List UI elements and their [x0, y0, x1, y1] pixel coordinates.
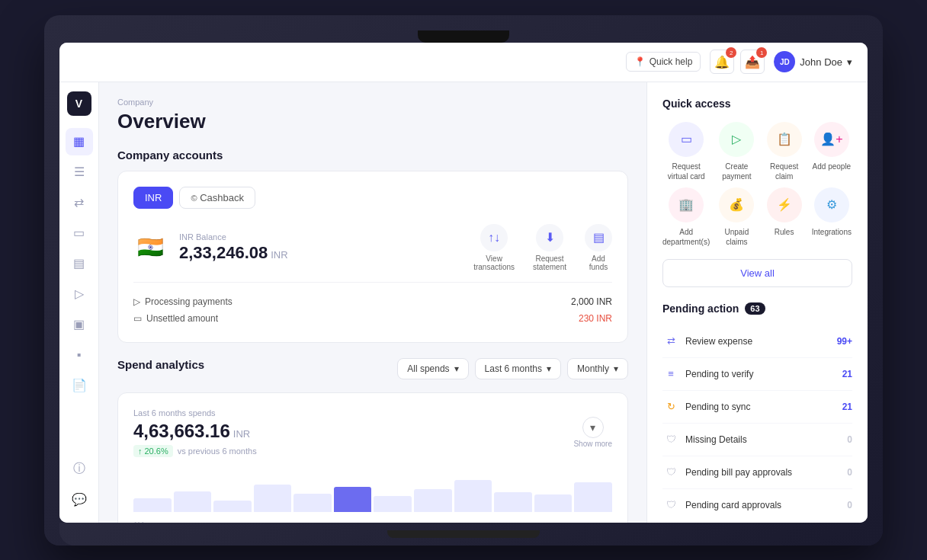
logo[interactable]: V — [67, 91, 91, 116]
unpaid-claims-icon: 💰 — [719, 187, 754, 222]
sidebar-item-help[interactable]: ⓘ — [66, 456, 93, 483]
accounts-section-title: Company accounts — [117, 149, 628, 162]
virtual-card-label: Request virtual card — [662, 162, 710, 181]
list-icon: ☰ — [74, 165, 85, 179]
quick-item-virtual-card[interactable]: ▭ Request virtual card — [662, 122, 710, 181]
tab-cashback[interactable]: © Cashback — [179, 187, 255, 209]
bar-4 — [254, 485, 292, 512]
bar-12 — [574, 482, 612, 512]
media-icon: ▪ — [77, 348, 82, 362]
unsettled-row: ▭ Unsettled amount 230 INR — [133, 310, 612, 327]
sidebar-item-dashboard[interactable]: ▦ — [66, 128, 93, 155]
last-6-months-label: Last 6 months — [485, 363, 542, 374]
chart-x-axis: 1M — [133, 521, 612, 523]
missing-details-icon: 🛡 — [662, 431, 679, 448]
monthly-label: Monthly — [577, 363, 609, 374]
bar-6 — [334, 487, 372, 512]
show-more-icon: ▾ — [582, 417, 604, 438]
sync-icon: ↻ — [662, 398, 679, 415]
add-department-icon: 🏢 — [669, 187, 704, 222]
page-title: Overview — [117, 110, 628, 133]
show-more-button[interactable]: ▾ Show more — [573, 417, 612, 448]
review-expense-count: 99+ — [837, 336, 852, 347]
pending-item-review-expense[interactable]: ⇄ Review expense 99+ — [662, 325, 852, 358]
request-statement-button[interactable]: ⬇ Requeststatement — [533, 224, 566, 271]
user-name: John Doe — [800, 56, 842, 68]
pending-item-sync[interactable]: ↻ Pending to sync 21 — [662, 391, 852, 424]
sidebar-item-docs[interactable]: 📄 — [66, 372, 93, 399]
cashback-icon: © — [191, 194, 197, 203]
show-more-label: Show more — [573, 440, 612, 448]
sidebar-item-list[interactable]: ☰ — [66, 158, 93, 186]
add-funds-icon: ▤ — [585, 224, 612, 251]
processing-label: Processing payments — [145, 296, 233, 307]
add-department-label: Add department(s) — [662, 227, 710, 247]
add-funds-button[interactable]: ▤ Addfunds — [585, 224, 612, 271]
sidebar-item-play[interactable]: ▷ — [66, 280, 93, 308]
notifications-button[interactable]: 🔔 2 — [710, 50, 734, 74]
pending-item-verify[interactable]: ≡ Pending to verify 21 — [662, 358, 852, 391]
quick-item-request-claim[interactable]: 📋 Request claim — [764, 122, 805, 181]
integrations-label: Integrations — [812, 227, 852, 237]
quick-item-create-payment[interactable]: ▷ Create payment — [716, 122, 757, 181]
balance-amount: 2,33,246.08 — [179, 243, 268, 263]
notification-badge: 2 — [726, 47, 736, 58]
laptop-stand — [387, 530, 540, 538]
balance-actions: ↑↓ Viewtransactions ⬇ Requeststatement ▤… — [473, 224, 612, 271]
export-button[interactable]: 📤 1 — [740, 50, 765, 74]
transfers-icon: ⇄ — [74, 195, 84, 210]
quick-item-add-department[interactable]: 🏢 Add department(s) — [662, 187, 710, 247]
sidebar-item-books[interactable]: ▣ — [66, 311, 93, 338]
filter-last-6-months[interactable]: Last 6 months ▾ — [475, 358, 561, 379]
main-content: Company Overview Company accounts INR © … — [99, 82, 646, 523]
view-transactions-label: Viewtransactions — [473, 254, 515, 271]
virtual-card-icon: ▭ — [669, 122, 704, 157]
spend-growth: ↑ 20.6% vs previous 6 months — [133, 445, 257, 457]
books-icon: ▣ — [73, 317, 85, 331]
sidebar-item-chat[interactable]: 💬 — [66, 486, 93, 514]
quick-item-unpaid-claims[interactable]: 💰 Unpaid claims — [716, 187, 757, 247]
chevron-down-icon: ▾ — [847, 56, 852, 68]
tab-inr[interactable]: INR — [133, 187, 173, 209]
chevron-6m-icon: ▾ — [547, 363, 551, 374]
quick-item-rules[interactable]: ⚡ Rules — [764, 187, 805, 247]
sidebar-item-reports[interactable]: ▤ — [66, 250, 93, 277]
top-bar: 📍 Quick help 🔔 2 📤 1 JD John Doe ▾ — [59, 43, 868, 82]
bar-5 — [293, 494, 332, 512]
analytics-header: Spend analytics All spends ▾ Last 6 mont… — [117, 358, 628, 380]
docs-icon: 📄 — [72, 378, 87, 392]
user-menu[interactable]: JD John Doe ▾ — [774, 51, 852, 72]
verify-icon: ≡ — [662, 366, 679, 382]
filter-monthly[interactable]: Monthly ▾ — [567, 358, 628, 379]
pending-item-missing-details[interactable]: 🛡 Missing Details 0 — [662, 424, 852, 456]
pending-item-card-approvals[interactable]: 🛡 Pending card approvals 0 — [662, 489, 852, 522]
bar-7 — [374, 496, 412, 512]
unsettled-label: Unsettled amount — [146, 313, 218, 324]
quick-help-button[interactable]: 📍 Quick help — [626, 52, 701, 72]
view-transactions-button[interactable]: ↑↓ Viewtransactions — [473, 224, 515, 271]
spend-period-label: Last 6 months spends — [133, 408, 257, 418]
sidebar-item-media[interactable]: ▪ — [66, 341, 93, 369]
sync-count: 21 — [842, 402, 852, 412]
view-all-button[interactable]: View all — [662, 259, 852, 287]
request-statement-icon: ⬇ — [536, 224, 563, 251]
cards-icon: ▭ — [73, 226, 85, 240]
quick-item-add-people[interactable]: 👤+ Add people — [811, 122, 852, 181]
quick-item-integrations[interactable]: ⚙ Integrations — [811, 187, 852, 247]
pending-title: Pending action — [662, 302, 739, 315]
sidebar-item-cards[interactable]: ▭ — [66, 219, 93, 247]
processing-icon: ▷ — [133, 296, 140, 307]
rules-icon: ⚡ — [767, 187, 802, 222]
request-claim-label: Request claim — [764, 162, 805, 181]
pending-item-bill-pay[interactable]: 🛡 Pending bill pay approvals 0 — [662, 456, 852, 489]
help-icon: 📍 — [634, 56, 646, 67]
avatar: JD — [774, 51, 795, 72]
laptop-notch — [418, 30, 509, 43]
sidebar-item-transfers[interactable]: ⇄ — [66, 189, 93, 216]
quick-access-grid: ▭ Request virtual card ▷ Create payment … — [662, 122, 852, 247]
analytics-section: Spend analytics All spends ▾ Last 6 mont… — [117, 358, 628, 523]
bill-pay-count: 0 — [847, 467, 852, 478]
balance-row: 🇮🇳 INR Balance 2,33,246.08 INR ↑↓ — [133, 224, 612, 271]
bar-9 — [454, 480, 492, 512]
filter-all-spends[interactable]: All spends ▾ — [397, 358, 468, 379]
